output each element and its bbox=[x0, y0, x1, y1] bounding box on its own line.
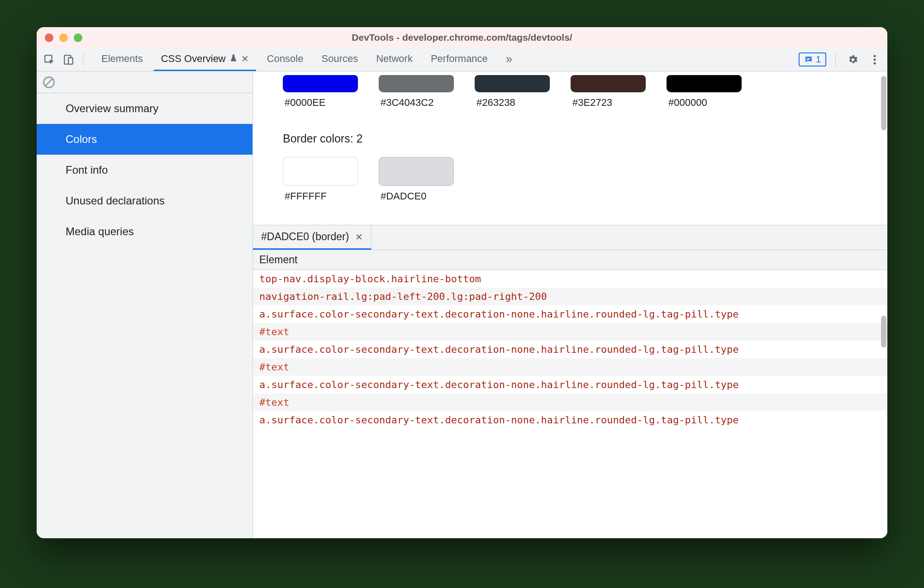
window-title: DevTools - developer.chrome.com/tags/dev… bbox=[37, 32, 887, 43]
devtools-window: DevTools - developer.chrome.com/tags/dev… bbox=[37, 27, 887, 538]
tab-elements[interactable]: Elements bbox=[94, 48, 150, 71]
swatch-label: #263238 bbox=[475, 97, 550, 109]
swatch-box bbox=[379, 75, 454, 92]
flask-icon bbox=[229, 53, 238, 65]
issues-count: 1 bbox=[816, 54, 821, 65]
color-swatch[interactable]: #DADCE0 bbox=[379, 157, 454, 202]
close-tab-icon[interactable]: ✕ bbox=[241, 53, 249, 64]
colors-content: #0000EE#3C4043C2#263238#3E2723#000000 Bo… bbox=[253, 71, 887, 211]
tab-label: Network bbox=[376, 53, 413, 65]
swatch-box bbox=[283, 75, 358, 92]
color-swatch-row: #0000EE#3C4043C2#263238#3E2723#000000 bbox=[283, 71, 887, 109]
color-swatch[interactable]: #0000EE bbox=[283, 75, 358, 109]
tab-label: Performance bbox=[431, 53, 488, 65]
element-row[interactable]: a.surface.color-secondary-text.decoratio… bbox=[253, 341, 887, 358]
kebab-menu-icon[interactable] bbox=[867, 52, 883, 68]
tab-label: Console bbox=[267, 53, 304, 65]
svg-point-5 bbox=[874, 55, 876, 57]
swatch-label: #3C4043C2 bbox=[379, 97, 454, 109]
swatch-label: #FFFFFF bbox=[283, 190, 358, 202]
sidebar-item-font-info[interactable]: Font info bbox=[37, 155, 252, 185]
toolbar-divider bbox=[83, 53, 83, 66]
tab-network[interactable]: Network bbox=[369, 48, 420, 71]
element-row[interactable]: #text bbox=[253, 394, 887, 411]
sidebar-item-media-queries[interactable]: Media queries bbox=[37, 216, 252, 247]
border-swatch-row: #FFFFFF#DADCE0 bbox=[283, 153, 887, 202]
main-panel: #0000EE#3C4043C2#263238#3E2723#000000 Bo… bbox=[253, 71, 887, 538]
svg-rect-2 bbox=[68, 57, 73, 64]
tab-label: Sources bbox=[321, 53, 358, 65]
section-title-border-colors: Border colors: 2 bbox=[283, 132, 887, 145]
detail-tab-label: #DADCE0 (border) bbox=[261, 231, 349, 243]
element-row[interactable]: a.surface.color-secondary-text.decoratio… bbox=[253, 411, 887, 429]
svg-rect-3 bbox=[807, 58, 810, 59]
sidebar-header bbox=[37, 71, 252, 93]
swatch-label: #3E2723 bbox=[571, 97, 646, 109]
table-column-header: Element bbox=[253, 250, 887, 270]
swatch-box bbox=[667, 75, 742, 92]
element-row[interactable]: #text bbox=[253, 358, 887, 376]
color-swatch[interactable]: #263238 bbox=[475, 75, 550, 109]
tab-performance[interactable]: Performance bbox=[424, 48, 495, 71]
svg-rect-4 bbox=[807, 59, 810, 60]
tab-css-overview[interactable]: CSS Overview ✕ bbox=[154, 48, 256, 71]
toolbar-divider bbox=[835, 53, 836, 66]
element-row[interactable]: #text bbox=[253, 323, 887, 341]
scrollbar-thumb[interactable] bbox=[881, 316, 886, 347]
sidebar-item-overview-summary[interactable]: Overview summary bbox=[37, 93, 252, 124]
tabs-overflow-button[interactable]: » bbox=[499, 48, 519, 71]
close-detail-tab-icon[interactable]: ✕ bbox=[355, 232, 363, 242]
element-row[interactable]: a.surface.color-secondary-text.decoratio… bbox=[253, 305, 887, 323]
tab-sources[interactable]: Sources bbox=[314, 48, 365, 71]
color-swatch[interactable]: #3E2723 bbox=[571, 75, 646, 109]
scrollbar-thumb[interactable] bbox=[881, 76, 886, 130]
minimize-window-button[interactable] bbox=[59, 33, 68, 42]
main-toolbar: Elements CSS Overview ✕ Console Sources … bbox=[37, 48, 887, 71]
tab-console[interactable]: Console bbox=[260, 48, 311, 71]
tab-label: CSS Overview bbox=[161, 53, 226, 65]
tab-label: Elements bbox=[101, 53, 143, 65]
color-swatch[interactable]: #000000 bbox=[667, 75, 742, 109]
device-toolbar-icon[interactable] bbox=[60, 52, 76, 68]
inspect-element-icon[interactable] bbox=[41, 52, 57, 68]
gear-icon[interactable] bbox=[845, 52, 861, 68]
swatch-box bbox=[571, 75, 646, 92]
traffic-lights bbox=[45, 33, 82, 42]
swatch-box bbox=[475, 75, 550, 92]
color-swatch[interactable]: #3C4043C2 bbox=[379, 75, 454, 109]
sidebar-item-unused-declarations[interactable]: Unused declarations bbox=[37, 185, 252, 216]
swatch-label: #000000 bbox=[667, 97, 742, 109]
toolbar-right: 1 bbox=[799, 52, 883, 68]
element-row[interactable]: navigation-rail.lg:pad-left-200.lg:pad-r… bbox=[253, 288, 887, 305]
svg-point-6 bbox=[874, 58, 876, 61]
swatch-label: #0000EE bbox=[283, 97, 358, 109]
clear-icon[interactable] bbox=[43, 76, 55, 88]
swatch-box bbox=[283, 157, 358, 186]
sidebar: Overview summary Colors Font info Unused… bbox=[37, 71, 253, 538]
close-window-button[interactable] bbox=[45, 33, 53, 42]
issues-badge[interactable]: 1 bbox=[799, 52, 826, 66]
overflow-glyph: » bbox=[506, 52, 512, 66]
element-row[interactable]: top-nav.display-block.hairline-bottom bbox=[253, 270, 887, 288]
zoom-window-button[interactable] bbox=[74, 33, 82, 42]
swatch-label: #DADCE0 bbox=[379, 190, 454, 202]
detail-tabbar: #DADCE0 (border) ✕ bbox=[253, 225, 887, 250]
titlebar: DevTools - developer.chrome.com/tags/dev… bbox=[37, 27, 887, 48]
chat-icon bbox=[804, 55, 813, 64]
swatch-box bbox=[379, 157, 454, 186]
detail-tab[interactable]: #DADCE0 (border) ✕ bbox=[253, 225, 372, 250]
panel-tabs: Elements CSS Overview ✕ Console Sources … bbox=[94, 48, 519, 71]
svg-point-7 bbox=[874, 62, 876, 64]
panel-body: Overview summary Colors Font info Unused… bbox=[37, 71, 887, 538]
element-rows: top-nav.display-block.hairline-bottomnav… bbox=[253, 270, 887, 429]
sidebar-item-colors[interactable]: Colors bbox=[37, 124, 252, 155]
color-swatch[interactable]: #FFFFFF bbox=[283, 157, 358, 202]
element-row[interactable]: a.surface.color-secondary-text.decoratio… bbox=[253, 376, 887, 394]
